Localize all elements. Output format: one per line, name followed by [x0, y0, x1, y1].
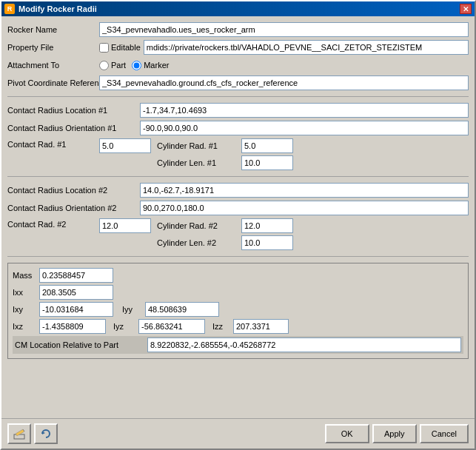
window-icon: R — [4, 4, 15, 14]
close-button[interactable]: ✕ — [460, 4, 472, 14]
editable-checkbox-label[interactable]: Editable — [99, 43, 141, 53]
pivot-label: Pivot Coordinate Reference — [7, 78, 96, 87]
contact1-location-label: Contact Radius Location #1 — [7, 106, 137, 115]
ok-button[interactable]: OK — [325, 424, 369, 443]
contact2-orientation-row: Contact Radius Orientation #2 — [7, 201, 469, 215]
cylinder1-group: Cylinder Rad. #1 Cylinder Len. #1 — [157, 138, 293, 170]
iyz-label: Iyz — [113, 322, 134, 331]
iyy-label: Iyy — [122, 305, 141, 314]
cylinder2-rad-input[interactable] — [241, 218, 293, 233]
attachment-row: Attachment To Part Marker — [7, 58, 469, 73]
cylinder2-len-label: Cylinder Len. #2 — [157, 238, 238, 247]
property-file-row: Property File Editable — [7, 40, 469, 55]
izz-input[interactable] — [233, 319, 289, 334]
ixz-input[interactable] — [39, 319, 106, 334]
cylinder1-len-row: Cylinder Len. #1 — [157, 155, 293, 170]
contact1-orientation-row: Contact Radius Orientation #1 — [7, 121, 469, 135]
icon-buttons — [7, 423, 58, 444]
contact1-location-input[interactable] — [140, 103, 469, 118]
contact1-orientation-input[interactable] — [140, 121, 469, 135]
rocker-name-input[interactable] — [99, 22, 469, 37]
cylinder2-len-input[interactable] — [241, 235, 293, 250]
svg-marker-3 — [42, 431, 45, 434]
rocker-name-label: Rocker Name — [7, 25, 96, 34]
edit-icon-button[interactable] — [7, 423, 31, 444]
cylinder1-rad-row: Cylinder Rad. #1 — [157, 138, 293, 153]
mass-input[interactable] — [39, 268, 113, 283]
cylinder2-rad-row: Cylinder Rad. #2 — [157, 218, 293, 233]
part-radio[interactable] — [99, 61, 109, 70]
ixx-row: Ixx — [13, 285, 463, 300]
window-title: Modify Rocker Radii — [19, 4, 97, 13]
contact1-rad-row: Contact Rad. #1 Cylinder Rad. #1 Cylinde… — [7, 138, 469, 170]
ixx-input[interactable] — [39, 285, 113, 300]
mass-row: Mass — [13, 268, 463, 283]
cylinder1-len-label: Cylinder Len. #1 — [157, 158, 238, 167]
contact2-orientation-label: Contact Radius Orientation #2 — [7, 204, 137, 212]
main-window: R Modify Rocker Radii ✕ Rocker Name Prop… — [0, 0, 476, 450]
inertia-section: Mass Ixx Ixy Iyy Ixz Iyz Izz — [7, 263, 469, 359]
cylinder2-group: Cylinder Rad. #2 Cylinder Len. #2 — [157, 218, 293, 250]
ixz-label: Ixz — [13, 322, 35, 331]
refresh-icon-button[interactable] — [34, 423, 58, 444]
title-bar: R Modify Rocker Radii ✕ — [1, 1, 475, 16]
pivot-input[interactable] — [99, 75, 469, 90]
cylinder1-rad-input[interactable] — [241, 138, 293, 153]
divider-3 — [7, 256, 469, 257]
contact1-rad-label: Contact Rad. #1 — [7, 138, 96, 149]
cylinder2-len-row: Cylinder Len. #2 — [157, 235, 293, 250]
contact2-location-label: Contact Radius Location #2 — [7, 186, 137, 195]
divider-1 — [7, 96, 469, 97]
contact2-rad-label: Contact Rad. #2 — [7, 218, 96, 229]
attachment-radio-group: Part Marker — [99, 61, 169, 70]
refresh-icon — [39, 427, 53, 440]
property-file-input[interactable] — [144, 40, 469, 55]
contact2-rad-input[interactable] — [99, 218, 151, 233]
contact1-location-row: Contact Radius Location #1 — [7, 103, 469, 118]
divider-2 — [7, 176, 469, 177]
iyy-input[interactable] — [145, 302, 219, 317]
ixx-label: Ixx — [13, 288, 35, 297]
marker-radio[interactable] — [132, 61, 141, 70]
ixy-input[interactable] — [39, 302, 113, 317]
marker-label: Marker — [144, 61, 169, 70]
contact1-orientation-label: Contact Radius Orientation #1 — [7, 124, 137, 132]
cm-label: CM Location Relative to Part — [15, 340, 144, 349]
cylinder1-len-input[interactable] — [241, 155, 293, 170]
editable-label: Editable — [111, 43, 141, 52]
contact2-rad-row: Contact Rad. #2 Cylinder Rad. #2 Cylinde… — [7, 218, 469, 250]
svg-rect-0 — [14, 434, 24, 439]
ixz-iyz-izz-row: Ixz Iyz Izz — [13, 319, 463, 334]
cylinder1-rad-label: Cylinder Rad. #1 — [157, 141, 238, 150]
iyz-input[interactable] — [138, 319, 205, 334]
contact2-location-input[interactable] — [140, 183, 469, 198]
pivot-row: Pivot Coordinate Reference — [7, 75, 469, 90]
part-radio-label[interactable]: Part — [99, 61, 126, 70]
contact2-orientation-input[interactable] — [140, 201, 469, 215]
ixy-iyy-row: Ixy Iyy — [13, 302, 463, 317]
property-file-label: Property File — [7, 43, 96, 52]
ixy-label: Ixy — [13, 305, 35, 314]
mass-label: Mass — [13, 271, 35, 280]
edit-icon — [13, 427, 26, 440]
contact2-location-row: Contact Radius Location #2 — [7, 183, 469, 198]
marker-radio-label[interactable]: Marker — [132, 61, 169, 70]
cylinder2-rad-label: Cylinder Rad. #2 — [157, 221, 238, 230]
editable-checkbox[interactable] — [99, 43, 109, 53]
part-label: Part — [111, 61, 126, 70]
cm-row: CM Location Relative to Part — [13, 336, 463, 354]
action-buttons: OK Apply Cancel — [325, 424, 469, 443]
apply-button[interactable]: Apply — [372, 424, 417, 443]
contact1-rad-input[interactable] — [99, 138, 151, 153]
izz-label: Izz — [212, 322, 229, 331]
cm-input[interactable] — [147, 338, 461, 352]
attachment-label: Attachment To — [7, 61, 96, 70]
bottom-bar: OK Apply Cancel — [1, 418, 475, 449]
rocker-name-row: Rocker Name — [7, 22, 469, 37]
cancel-button[interactable]: Cancel — [420, 424, 469, 443]
